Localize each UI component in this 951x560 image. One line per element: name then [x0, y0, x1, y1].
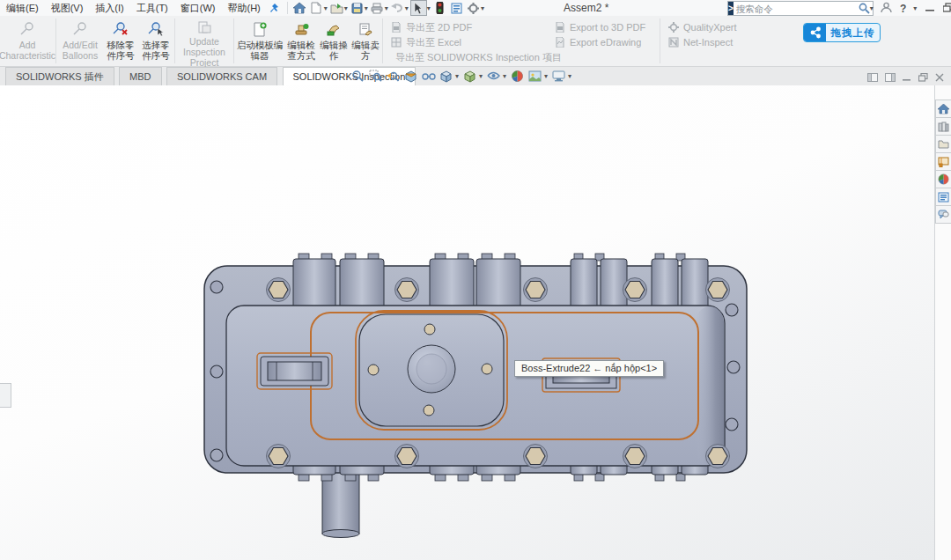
select-cursor-icon[interactable] — [410, 0, 427, 16]
open-file-caret[interactable]: ▾ — [344, 4, 348, 12]
menu-insert[interactable]: 插入(I) — [89, 0, 129, 16]
cloud-share-icon — [804, 24, 826, 41]
solidworks-forum-icon[interactable] — [935, 206, 951, 224]
file-explorer-icon[interactable] — [935, 136, 951, 153]
command-search[interactable]: > ▾ — [727, 1, 874, 16]
pin-icon[interactable] — [268, 1, 283, 15]
qualityxpert-button[interactable]: QualityXpert — [668, 21, 756, 33]
edit-vendor-button[interactable]: 编辑卖方 — [350, 16, 381, 66]
edit-vendor-icon — [358, 20, 372, 38]
open-file-icon[interactable] — [329, 1, 344, 15]
excel-icon — [391, 37, 402, 48]
new-file-icon[interactable] — [309, 1, 324, 15]
export-sw-project-button[interactable]: 导出至 SOLIDWORKS Inspection 项目 — [391, 51, 542, 63]
search-input[interactable] — [734, 3, 858, 14]
pdf-2d-icon — [391, 22, 402, 33]
apply-scene-icon[interactable] — [527, 69, 542, 83]
child-close-button[interactable] — [935, 70, 944, 85]
gearbox-cover-model[interactable] — [194, 248, 766, 548]
options-caret[interactable]: ▾ — [481, 4, 484, 12]
minimize-button[interactable] — [925, 3, 935, 14]
menu-help[interactable]: 帮助(H) — [222, 0, 267, 16]
view-orientation-caret[interactable]: ▾ — [455, 72, 459, 80]
pane-left-icon[interactable] — [867, 70, 878, 85]
zoom-area-icon[interactable] — [368, 69, 383, 83]
save-icon[interactable] — [350, 1, 365, 15]
zoom-fit-icon[interactable] — [350, 69, 365, 83]
help-caret[interactable]: ▾ — [913, 4, 917, 12]
menu-tools[interactable]: 工具(T) — [130, 0, 174, 16]
export-group: 导出至 2D PDF 导出至 Excel 导出至 SOLIDWORKS Insp… — [384, 16, 548, 66]
search-magnifier-icon[interactable] — [859, 2, 870, 16]
view-palette-icon[interactable] — [935, 153, 951, 171]
export-edrawing-button[interactable]: Export eDrawing — [555, 36, 653, 48]
update-inspection-project-icon — [197, 20, 211, 34]
select-caret[interactable]: ▾ — [427, 4, 431, 12]
add-edit-balloons-icon — [72, 20, 88, 38]
restore-button[interactable] — [943, 3, 951, 14]
select-balloons-button[interactable]: 选择零件序号 — [138, 16, 173, 66]
export-3d-pdf-button[interactable]: Export to 3D PDF — [555, 21, 653, 33]
view-settings-caret[interactable]: ▾ — [568, 72, 571, 80]
undo-caret[interactable]: ▾ — [405, 4, 409, 12]
export-excel-button[interactable]: 导出至 Excel — [391, 36, 542, 48]
net-inspect-button[interactable]: Net-Inspect — [668, 36, 756, 48]
appearances-scenes-icon[interactable] — [935, 171, 951, 188]
cover-screw — [368, 365, 379, 375]
print-caret[interactable]: ▾ — [385, 4, 388, 12]
edrawing-icon — [555, 37, 565, 48]
tab-solidworks-addins[interactable]: SOLIDWORKS 插件 — [5, 67, 114, 85]
sight-glass[interactable] — [257, 353, 332, 389]
home-icon[interactable] — [292, 1, 307, 15]
view-orientation-icon[interactable] — [439, 69, 453, 83]
drag-upload-button[interactable]: 拖拽上传 — [803, 23, 881, 42]
pane-right-icon[interactable] — [885, 70, 896, 85]
pdf-3d-icon — [555, 22, 565, 33]
commandmanager-tab-row: SOLIDWORKS 插件 MBD SOLIDWORKS CAM SOLIDWO… — [0, 67, 951, 85]
add-edit-balloons-button[interactable]: Add/Edit Balloons — [57, 16, 103, 66]
menu-edit[interactable]: 编辑(E) — [0, 0, 45, 16]
add-characteristic-button[interactable]: Add Characteristic — [0, 16, 55, 66]
user-account-icon[interactable] — [881, 2, 892, 15]
menu-window[interactable]: 窗口(W) — [174, 0, 222, 16]
design-library-icon[interactable] — [935, 118, 951, 136]
section-view-icon[interactable] — [403, 69, 418, 83]
update-inspection-project-button[interactable]: Update Inspection Project — [176, 16, 232, 66]
save-caret[interactable]: ▾ — [365, 4, 368, 12]
inspection-cover[interactable] — [356, 311, 507, 430]
tab-mbd[interactable]: MBD — [119, 67, 161, 85]
dynamic-annotation-icon[interactable] — [421, 69, 436, 83]
hide-show-items-icon[interactable] — [486, 69, 501, 83]
previous-view-icon[interactable] — [386, 69, 401, 83]
child-restore-button[interactable] — [918, 70, 928, 85]
undo-icon[interactable] — [390, 1, 405, 15]
print-icon[interactable] — [370, 1, 385, 15]
child-minimize-button[interactable] — [903, 70, 911, 85]
edit-appearance-icon[interactable] — [510, 69, 525, 83]
apply-scene-caret[interactable]: ▾ — [544, 72, 548, 80]
menu-view[interactable]: 视图(V) — [45, 0, 90, 16]
solidworks-resources-icon[interactable] — [935, 99, 951, 118]
remove-balloons-button[interactable]: 移除零件序号 — [103, 16, 138, 66]
options-gear-icon[interactable] — [466, 1, 481, 15]
display-style-caret[interactable]: ▾ — [479, 72, 483, 80]
task-list-icon[interactable] — [449, 1, 464, 15]
export-2d-pdf-button[interactable]: 导出至 2D PDF — [391, 21, 542, 33]
window-controls: ? ▾ — [881, 2, 951, 15]
edit-operation-button[interactable]: 编辑操作 — [318, 16, 350, 66]
tab-solidworks-cam[interactable]: SOLIDWORKS CAM — [166, 67, 277, 85]
hide-show-caret[interactable]: ▾ — [503, 72, 506, 80]
edit-inspection-methods-button[interactable]: 编辑检查方式 — [284, 16, 318, 66]
rebuild-traffic-light-icon[interactable] — [432, 1, 447, 15]
search-caret[interactable]: ▾ — [870, 4, 874, 12]
template-editor-button[interactable]: 启动模板编辑器 — [235, 16, 284, 66]
custom-properties-icon[interactable] — [935, 188, 951, 206]
view-settings-icon[interactable] — [551, 69, 566, 83]
heads-up-view-toolbar: ▾ ▾ ▾ ▾ ▾ — [350, 69, 572, 83]
help-button[interactable]: ? — [900, 3, 906, 15]
new-file-caret[interactable]: ▾ — [324, 4, 328, 12]
display-style-icon[interactable] — [462, 69, 477, 83]
graphics-area[interactable]: Boss-Extrude22 ← nắp hộp<1> Z X 机械大师之家 — [0, 85, 935, 560]
edit-operation-icon — [327, 20, 342, 38]
featuremanager-collapsed-tab[interactable] — [0, 383, 11, 408]
